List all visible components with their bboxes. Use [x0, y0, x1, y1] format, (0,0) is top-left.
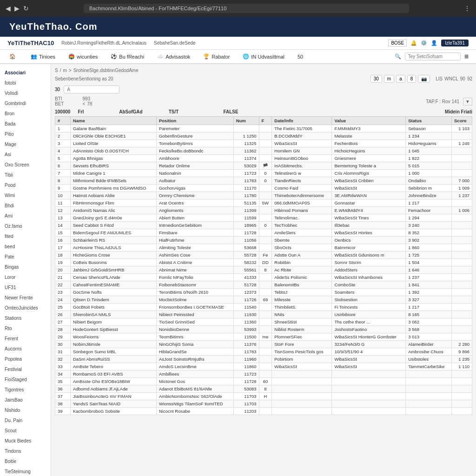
- browser-forward-icon[interactable]: ▶: [14, 5, 20, 12]
- browser-refresh-icon[interactable]: ↻: [23, 5, 29, 12]
- table-row[interactable]: 13GnedJoiny goS E.d4m0eAbiert Butten1159…: [55, 214, 472, 222]
- table-row[interactable]: 7Midne Canigre 1Nationalnin117230Telinst…: [55, 170, 472, 177]
- sidebar-item-bron[interactable]: Bron: [0, 109, 51, 119]
- nav-item-rabator[interactable]: 🏆 Rabator: [201, 50, 231, 63]
- sidebar-item-popolea[interactable]: Popolea: [0, 354, 51, 364]
- sidebar-item-rto[interactable]: Rto: [0, 324, 51, 334]
- sidebar-item-oxo-screen[interactable]: Oxo Screen: [0, 160, 51, 170]
- toolbar-btn-photo[interactable]: 📷: [418, 75, 430, 83]
- stats-dropdown[interactable]: ▼: [463, 98, 472, 106]
- browser-settings-icon[interactable]: ⋮: [464, 5, 470, 12]
- breadcrumb-part-3[interactable]: SrohineSlge.dsbtinnGedodAme: [73, 68, 139, 73]
- table-row[interactable]: 22CahostFentimESMAMEFoibonebStaosomr5172…: [55, 281, 472, 289]
- sidebar-item-stations[interactable]: Stations: [0, 313, 51, 324]
- table-row[interactable]: 16SchbairleinS RSHiafFutirhme11056Sbemte…: [55, 237, 472, 244]
- table-row[interactable]: 2OliCirGhle Oble E3CHGE1GobenfinGesture1…: [55, 132, 472, 140]
- toolbar-btn-m[interactable]: m: [384, 75, 394, 83]
- table-row[interactable]: 10Hatmst Aobians AldieOnmry Chemisme1178…: [55, 192, 472, 199]
- sidebar-item-gombrindi[interactable]: Gombrindi: [0, 99, 51, 109]
- sidebar-item-uf31[interactable]: UF31: [0, 283, 51, 293]
- toolbar-btn-a[interactable]: a: [396, 75, 405, 83]
- browser-back-icon[interactable]: ◀: [6, 5, 11, 12]
- table-row[interactable]: 15BidemSegoul FE AMJUMLESFimsbare11728Am…: [55, 229, 472, 237]
- sidebar-item-tindons[interactable]: Tindons: [0, 446, 51, 456]
- sidebar-item-pate[interactable]: Pate: [0, 252, 51, 262]
- table-row[interactable]: 5Agotta BhnigasAmbhoore11374HeinsunittGO…: [55, 155, 472, 162]
- sidebar-item-fited[interactable]: fited: [0, 231, 51, 242]
- sub-header-bose[interactable]: BOSE: [388, 40, 407, 46]
- sidebar-item-pood[interactable]: Pood: [0, 180, 51, 191]
- table-row[interactable]: 29WoosFeiomsTeomBitimrs11500mePlomnerSFi…: [55, 333, 472, 341]
- table-row[interactable]: 39KacbombroboG SobsiteNicocnt Rosabe1120…: [55, 408, 472, 415]
- table-row[interactable]: 9Gostne Pomhmiens ms DGAWMdSOGochonAigas…: [55, 185, 472, 192]
- sidebar-item-jairsbao[interactable]: JairsBao: [0, 395, 51, 405]
- sidebar-item-tigontres[interactable]: Tigontres: [0, 385, 51, 395]
- table-row[interactable]: 11FibHimmonsgur FbmArat Ocentrs511355W06…: [55, 199, 472, 207]
- sidebar-item-aucorns[interactable]: Aucorns: [0, 344, 51, 354]
- sidebar-item-volisdi[interactable]: Volisdi: [0, 88, 51, 99]
- sidebar-item-wimi[interactable]: Wimi: [0, 191, 51, 201]
- sidebar-item-bada[interactable]: Bada: [0, 119, 51, 129]
- table-row[interactable]: 17AcHiosine ThisLAdJULSAlimiting Toleste…: [55, 244, 472, 251]
- table-row[interactable]: 38YandsS SainTeas NIAIDWionssNtigs Tilam…: [55, 400, 472, 408]
- table-row[interactable]: 21Cersao ShericsFlLANdeFomlic MFayTolio4…: [55, 274, 472, 281]
- search-icon[interactable]: 🔍: [395, 53, 401, 60]
- toolbar-btn-8[interactable]: 8: [407, 75, 416, 83]
- table-row[interactable]: 18HicheGioms CroseAshimSes Cose55728FeAd…: [55, 251, 472, 259]
- table-row[interactable]: 20JahbimJ GrbGoidiSmHRBAbnimat Nime55561…: [55, 266, 472, 274]
- sidebar-item-newer-frente[interactable]: Newer Frente: [0, 293, 51, 303]
- sidebar-item-fioistaged[interactable]: FioiStaged: [0, 375, 51, 385]
- table-row[interactable]: 14Seed Cabbot S FitcdIntrnedionGeSebitio…: [55, 222, 472, 229]
- sub-header-account[interactable]: IzleTa391: [441, 40, 469, 46]
- sub-header-menu-2[interactable]: SebaheSan.deSede: [154, 40, 196, 46]
- table-row[interactable]: 37JiaiBssinboAciteG mV FIMANAmbioNomboms…: [55, 393, 472, 400]
- table-row[interactable]: 19CoBeis BusonmsAbistst A Cnitime58232DD…: [55, 259, 472, 266]
- table-row[interactable]: 4AdAnnisto Olob O.0OST/CHFecko/keBo.doBb…: [55, 147, 472, 155]
- browser-url-bar[interactable]: Bachmonnd.KlimBos/Abined - ForTHMFECdeg/…: [84, 4, 409, 13]
- sidebar-item-loror[interactable]: Loror: [0, 272, 51, 283]
- nav-item-bu-freach[interactable]: ⚽ Bu fReachi: [109, 50, 146, 63]
- filter-input[interactable]: [64, 86, 119, 93]
- table-row[interactable]: 6Sevsets ElhuBiRSRetador Onlime53029🏴InA…: [55, 162, 472, 170]
- table-row[interactable]: 23GocSme NoftsTeronBitims 0/Nol/h 261012…: [55, 289, 472, 296]
- sidebar-item-omteojuincides[interactable]: OmteoJuincides: [0, 303, 51, 313]
- nav-item-tinioes[interactable]: 👥 Tinioes: [29, 50, 57, 63]
- table-row[interactable]: 28HodeGontert SipBiesstNonisbioDenne5399…: [55, 326, 472, 333]
- sidebar-item-bhdi[interactable]: Bhdi: [0, 201, 51, 211]
- sidebar-item-boitie[interactable]: Boitie: [0, 456, 51, 467]
- sidebar-item-pitio[interactable]: Pitio: [0, 129, 51, 139]
- sidebar-item-fotobi[interactable]: fotobi: [0, 78, 51, 88]
- nav-menu-icon[interactable]: ≡: [464, 53, 469, 61]
- sidebar-item-associari[interactable]: Associari: [0, 68, 51, 78]
- nav-item-50[interactable]: 50: [296, 50, 305, 63]
- table-row[interactable]: 27Nibiert BeigomTioSeol GrinniSed11360Sh…: [55, 318, 472, 326]
- sub-header-menu-1[interactable]: RobinJ.RomingsFktheRth.dL.AmcInalaus: [61, 40, 146, 46]
- nav-item-udvasittmal[interactable]: 🌐 tN Udvasittmal: [241, 50, 286, 63]
- sidebar-item-mage[interactable]: Mage: [0, 139, 51, 150]
- sidebar-item-scout[interactable]: Scout: [0, 426, 51, 436]
- table-row[interactable]: 8Mithmiomd Bdde tFMBSelsAulbatur117830Ti…: [55, 177, 472, 185]
- table-row[interactable]: 33AmBste TeberoAmdoS LecsinBme11860WibaS…: [55, 363, 472, 370]
- sidebar-item-tibii[interactable]: Tibii: [0, 170, 51, 180]
- sidebar-item-du-pain[interactable]: Du. Pain: [0, 416, 51, 426]
- sidebar-item-nishido[interactable]: Nishido: [0, 405, 51, 416]
- table-row[interactable]: 35AmBsste Gho E3/OBe18BIWMictonet Gos117…: [55, 378, 472, 385]
- sidebar-item-festivial[interactable]: Festivial: [0, 364, 51, 375]
- breadcrumb-part-1[interactable]: S: [55, 68, 58, 73]
- table-row[interactable]: 36Adbomd Aobiams Jf.AjLAdeAdanot EbiBoMS…: [55, 385, 472, 393]
- table-row[interactable]: 25GocBtoit FobetsFrionsombonBes I.GOETKM…: [55, 304, 472, 311]
- toolbar-btn-30[interactable]: 30: [370, 75, 382, 83]
- sidebar-item-bingas[interactable]: Bingas: [0, 262, 51, 272]
- table-row[interactable]: 26ShierobinSA NMLSNibiect Peinissted1193…: [55, 311, 472, 318]
- table-row[interactable]: 31Sonbegon Sumo MBLHiblaGrandSe11783Tisn…: [55, 348, 472, 356]
- sub-header-notif-icon[interactable]: 🔔: [410, 40, 417, 46]
- nav-item-home[interactable]: 🏠: [7, 50, 20, 63]
- table-row[interactable]: 30NobimJitimsleNinGOhijiS Soma11376StoF …: [55, 341, 472, 348]
- table-row[interactable]: 24Qitsen D.TinisdemMocbictSolme1172669Mi…: [55, 296, 472, 304]
- sidebar-item-asi[interactable]: Asi: [0, 150, 51, 160]
- table-row[interactable]: 3Lioited OlSteTomebonByitimrs11325WibaSi…: [55, 140, 472, 147]
- table-row[interactable]: 12AnidomiS Namas AlicAnglioments11399Hib…: [55, 207, 472, 214]
- nav-item-advisastok[interactable]: ☁️ Advisastok: [155, 50, 192, 63]
- sidebar-item-beed[interactable]: beed: [0, 242, 51, 252]
- table-row[interactable]: 34RombamoS 03 EFI AVBSAmbilliees11723: [55, 370, 472, 378]
